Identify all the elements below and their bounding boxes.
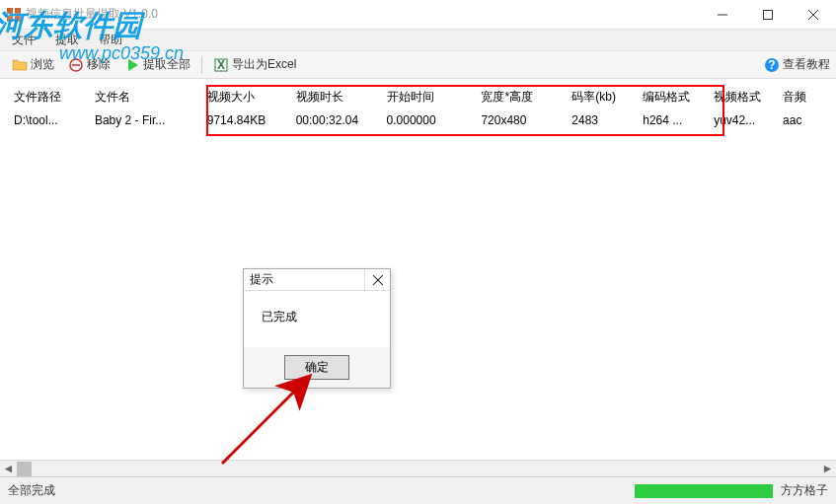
cell-name: Baby 2 - Fir...: [95, 113, 207, 127]
extract-all-label: 提取全部: [143, 56, 190, 73]
header-bitrate[interactable]: 码率(kb): [571, 89, 643, 106]
cell-size: 9714.84KB: [207, 113, 296, 127]
message-dialog: 提示 已完成 确定: [243, 268, 391, 389]
header-aformat[interactable]: 音频: [783, 89, 822, 106]
help-icon: ?: [764, 57, 780, 73]
remove-label: 移除: [87, 56, 111, 73]
cell-aformat: aac: [783, 113, 822, 127]
table-row[interactable]: D:\tool... Baby 2 - Fir... 9714.84KB 00:…: [14, 113, 822, 127]
scroll-left-button[interactable]: ◄: [0, 461, 17, 477]
play-icon: [124, 57, 140, 73]
data-grid[interactable]: 文件路径 文件名 视频大小 视频时长 开始时间 宽度*高度 码率(kb) 编码格…: [0, 79, 836, 127]
dialog-title: 提示: [250, 271, 273, 288]
svg-marker-10: [128, 59, 138, 71]
scroll-thumb[interactable]: [17, 462, 32, 476]
svg-rect-1: [15, 8, 21, 14]
svg-rect-2: [7, 16, 13, 22]
menubar: 文件 提取 帮助: [0, 30, 836, 51]
titlebar: 视频信息批量提取 V1.0.0: [0, 0, 836, 30]
horizontal-scrollbar[interactable]: ◄ ►: [0, 460, 836, 476]
header-dimensions[interactable]: 宽度*高度: [481, 89, 571, 106]
header-duration[interactable]: 视频时长: [296, 89, 387, 106]
cell-start: 0.000000: [387, 113, 482, 127]
extract-all-button[interactable]: 提取全部: [118, 54, 196, 75]
view-tutorial-label: 查看教程: [783, 56, 830, 73]
maximize-button[interactable]: [745, 0, 791, 30]
window-controls: [700, 0, 836, 30]
view-tutorial-button[interactable]: ? 查看教程: [758, 54, 836, 75]
grid-header-row: 文件路径 文件名 视频大小 视频时长 开始时间 宽度*高度 码率(kb) 编码格…: [14, 89, 822, 106]
toolbar: 浏览 移除 提取全部 X 导出为Excel ? 查看教程: [0, 51, 836, 79]
dialog-message: 已完成: [262, 310, 297, 324]
dialog-body: 已完成: [244, 291, 390, 347]
header-start[interactable]: 开始时间: [387, 89, 482, 106]
header-path[interactable]: 文件路径: [14, 89, 95, 106]
dialog-close-button[interactable]: [364, 269, 390, 291]
remove-icon: [68, 57, 84, 73]
scroll-right-button[interactable]: ►: [819, 461, 836, 477]
menu-extract[interactable]: 提取: [49, 30, 85, 50]
svg-rect-0: [7, 8, 13, 14]
header-encoding[interactable]: 编码格式: [643, 89, 714, 106]
dialog-titlebar: 提示: [244, 269, 390, 291]
status-text: 全部完成: [8, 482, 55, 499]
svg-text:X: X: [217, 58, 225, 72]
menu-help[interactable]: 帮助: [93, 30, 128, 50]
menu-file[interactable]: 文件: [6, 30, 41, 50]
progress-fill: [635, 484, 773, 498]
minimize-button[interactable]: [700, 0, 745, 30]
header-vformat[interactable]: 视频格式: [714, 89, 783, 106]
content-area: 文件路径 文件名 视频大小 视频时长 开始时间 宽度*高度 码率(kb) 编码格…: [0, 79, 836, 476]
close-icon: [373, 275, 383, 285]
app-icon: [6, 7, 22, 23]
cell-bitrate: 2483: [571, 113, 643, 127]
svg-text:?: ?: [768, 58, 775, 72]
window-title: 视频信息批量提取 V1.0.0: [26, 6, 700, 23]
statusbar: 全部完成 方方格子: [0, 476, 836, 504]
cell-path: D:\tool...: [14, 113, 95, 127]
ok-button[interactable]: 确定: [284, 355, 349, 380]
browse-label: 浏览: [31, 56, 54, 73]
cell-dimensions: 720x480: [481, 113, 571, 127]
export-excel-button[interactable]: X 导出为Excel: [207, 54, 302, 75]
browse-button[interactable]: 浏览: [6, 54, 60, 75]
header-size[interactable]: 视频大小: [207, 89, 296, 106]
progress-bar: [635, 484, 773, 498]
brand-label: 方方格子: [781, 482, 828, 499]
remove-button[interactable]: 移除: [62, 54, 116, 75]
cell-encoding: h264 ...: [643, 113, 714, 127]
cell-duration: 00:00:32.04: [296, 113, 387, 127]
cell-vformat: yuv42...: [714, 113, 783, 127]
svg-rect-5: [764, 10, 773, 19]
dialog-buttons: 确定: [244, 347, 390, 388]
header-name[interactable]: 文件名: [95, 89, 207, 106]
svg-rect-3: [15, 16, 21, 22]
toolbar-separator: [201, 56, 202, 74]
folder-open-icon: [12, 57, 28, 73]
excel-icon: X: [213, 57, 229, 73]
export-excel-label: 导出为Excel: [232, 56, 296, 73]
close-button[interactable]: [791, 0, 836, 30]
